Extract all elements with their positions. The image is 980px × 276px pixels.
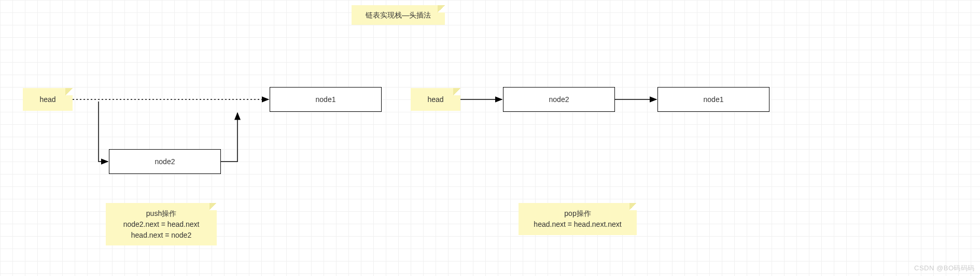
- right-head-label: head: [427, 94, 443, 105]
- left-head-label: head: [39, 94, 55, 105]
- left-arrow-node2-to-node1: [221, 113, 237, 162]
- left-push-note-content: push操作 node2.next = head.next head.next …: [123, 208, 200, 241]
- right-pop-note-content: pop操作 head.next = head.next.next: [534, 208, 621, 230]
- watermark: CSDN @BO码码码: [914, 264, 975, 273]
- left-push-line2: node2.next = head.next: [123, 219, 200, 230]
- left-node2-box: node2: [109, 149, 221, 174]
- right-node1-label: node1: [704, 95, 724, 104]
- right-pop-line1: pop操作: [534, 208, 621, 219]
- right-pop-note: pop操作 head.next = head.next.next: [519, 203, 637, 235]
- left-node1-label: node1: [316, 95, 336, 104]
- left-head-note: head: [23, 88, 73, 111]
- left-node1-box: node1: [270, 87, 382, 112]
- right-node2-label: node2: [549, 95, 569, 104]
- left-push-line3: head.next = node2: [123, 230, 200, 241]
- left-arrow-head-to-node2: [99, 101, 108, 162]
- left-push-note: push操作 node2.next = head.next head.next …: [106, 203, 217, 245]
- right-head-note: head: [411, 88, 460, 111]
- diagram-title-text: 链表实现栈—头插法: [366, 10, 431, 21]
- left-node2-label: node2: [155, 157, 175, 166]
- watermark-text: CSDN @BO码码码: [914, 264, 975, 272]
- right-node2-box: node2: [503, 87, 615, 112]
- diagram-title-note: 链表实现栈—头插法: [352, 5, 445, 25]
- right-pop-line2: head.next = head.next.next: [534, 219, 621, 230]
- right-node1-box: node1: [657, 87, 769, 112]
- left-push-line1: push操作: [123, 208, 200, 219]
